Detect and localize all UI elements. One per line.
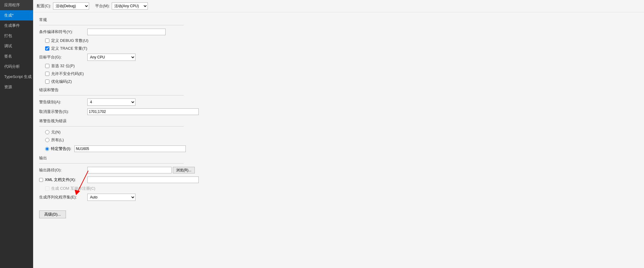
target-platform-select[interactable]: Any CPU x86 x64 Itanium [87,54,135,61]
com-interop-row: 生成 COM 互操作注册(C) [45,186,638,191]
treat-warnings-section-title: 将警告视为错误 [39,118,638,124]
sidebar-item-resources[interactable]: 资源 [0,82,33,92]
suppress-warnings-input[interactable] [87,108,199,115]
output-path-input[interactable] [87,167,172,173]
treat-warnings-divider [39,126,184,126]
output-section-title: 输出 [39,155,638,161]
output-path-row: 输出路径(O): 浏览(R)... [39,167,638,174]
suppress-warnings-row: 取消显示警告(S): [39,108,638,115]
browse-button[interactable]: 浏览(R)... [173,167,195,173]
serialize-assembly-label: 生成序列化程序集(E): [39,195,87,200]
warning-level-select[interactable]: 4 0 1 2 3 [87,98,135,106]
allow-unsafe-checkbox[interactable] [45,72,49,76]
optimize-label[interactable]: 优化编码(Z) [51,79,72,84]
output-divider [39,163,184,164]
warn-specific-radio[interactable] [45,147,49,151]
warn-specific-row: 特定警告(I): [45,145,638,152]
allow-unsafe-row: 允许不安全代码(E) [45,71,638,76]
warn-all-label[interactable]: 所有(L) [51,137,64,143]
sidebar-item-build[interactable]: 生成* [0,10,33,20]
define-debug-label[interactable]: 定义 DEBUG 常数(U) [51,38,89,43]
warning-level-row: 警告级别(A): 4 0 1 2 3 [39,98,638,106]
conditional-compile-row: 条件编译和符号(Y): [39,28,638,36]
platform-select[interactable]: 活动(Any CPU) [112,2,148,10]
prefer-32bit-label[interactable]: 首选 32 位(P) [51,63,75,69]
config-label: 配置(C): [37,3,51,9]
warning-level-label: 警告级别(A): [39,99,87,105]
prefer-32bit-row: 首选 32 位(P) [45,63,638,69]
content-area: 常规 条件编译和符号(Y): 定义 DEBUG 常数(U) 定义 TRACE 常… [33,12,644,268]
main-panel: 配置(C): 活动(Debug) 平台(M): 活动(Any CPU) 常规 条… [33,0,644,268]
config-select[interactable]: 活动(Debug) [53,2,89,10]
prefer-32bit-checkbox[interactable] [45,64,49,68]
com-interop-checkbox[interactable] [45,186,49,191]
warn-all-row: 所有(L) [45,137,638,143]
platform-label: 平台(M): [95,3,110,9]
platform-group: 平台(M): 活动(Any CPU) [95,2,148,10]
xml-doc-checkbox[interactable] [39,178,43,182]
general-section-title: 常规 [39,17,638,23]
define-trace-row: 定义 TRACE 常量(T) [45,46,638,51]
define-debug-checkbox[interactable] [45,39,49,43]
sidebar-item-signing[interactable]: 签名 [0,51,33,61]
serialize-assembly-select[interactable]: Auto On Off [87,194,135,201]
warn-specific-input[interactable] [74,145,186,152]
errors-warnings-section-title: 错误和警告 [39,87,638,93]
xml-doc-input[interactable] [87,176,199,183]
warn-none-radio[interactable] [45,130,49,134]
sidebar-item-build-events[interactable]: 生成事件 [0,20,33,31]
define-debug-row: 定义 DEBUG 常数(U) [45,38,638,43]
warn-specific-label[interactable]: 特定警告(I): [51,146,71,151]
warn-none-row: 元(N) [45,129,638,135]
suppress-warnings-label: 取消显示警告(S): [39,109,87,114]
allow-unsafe-label[interactable]: 允许不安全代码(E) [51,71,84,76]
toolbar: 配置(C): 活动(Debug) 平台(M): 活动(Any CPU) [33,0,644,12]
config-group: 配置(C): 活动(Debug) [37,2,89,10]
sidebar-item-debug[interactable]: 调试 [0,41,33,51]
sidebar-item-typescript-build[interactable]: TypeScript 生成 [0,72,33,82]
xml-doc-label[interactable]: XML 文档文件(X): [45,177,76,182]
conditional-compile-input[interactable] [87,29,166,35]
define-trace-label[interactable]: 定义 TRACE 常量(T) [51,46,87,51]
optimize-checkbox[interactable] [45,79,49,84]
warn-none-label[interactable]: 元(N) [51,129,61,135]
com-interop-label: 生成 COM 互操作注册(C) [51,186,95,191]
sidebar-item-package[interactable]: 打包 [0,31,33,41]
sidebar-item-application[interactable]: 应用程序 [0,0,33,10]
errors-warnings-divider [39,95,184,95]
define-trace-checkbox[interactable] [45,46,49,51]
xml-doc-row: XML 文档文件(X): [39,176,638,183]
general-divider [39,25,184,25]
target-platform-row: 目标平台(G): Any CPU x86 x64 Itanium [39,54,638,61]
sidebar: 应用程序 生成* 生成事件 打包 调试 签名 代码分析 TypeScript 生… [0,0,33,268]
serialize-assembly-row: 生成序列化程序集(E): Auto On Off [39,194,638,201]
conditional-compile-label: 条件编译和符号(Y): [39,29,87,35]
advanced-button-container: 高级(D)... [39,207,638,218]
target-platform-label: 目标平台(G): [39,55,87,60]
sidebar-item-code-analysis[interactable]: 代码分析 [0,61,33,72]
output-path-label: 输出路径(O): [39,167,87,173]
optimize-row: 优化编码(Z) [45,79,638,84]
warn-all-radio[interactable] [45,138,49,142]
advanced-button[interactable]: 高级(D)... [39,210,66,218]
